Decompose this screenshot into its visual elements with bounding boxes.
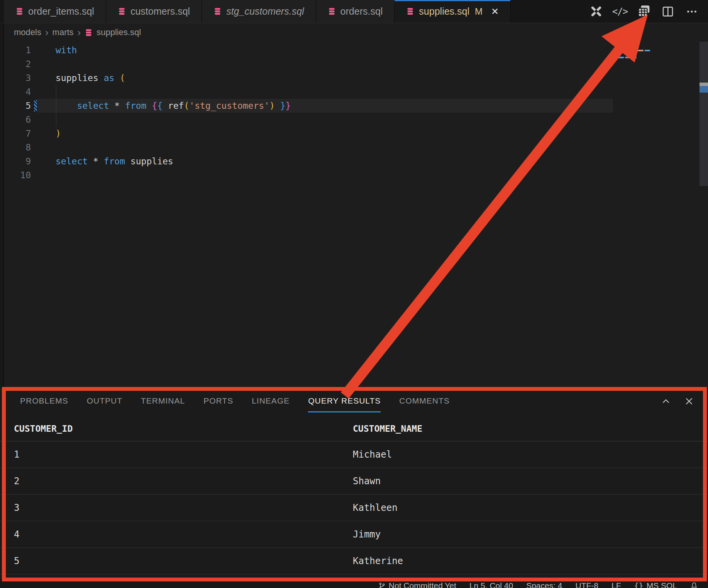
line-number: 10 [0,168,31,182]
bottom-panel: PROBLEMSOUTPUTTERMINALPORTSLINEAGEQUERY … [0,390,708,582]
status-bar: Not Committed YetLn 5, Col 40Spaces: 4UT… [0,579,708,588]
dbt-icon[interactable] [589,5,603,19]
status-item-ln-5-col-40[interactable]: Ln 5, Col 40 [469,581,513,588]
status-item-spaces-4[interactable]: Spaces: 4 [526,581,562,588]
tab-label: customers.sql [130,6,190,17]
editor-tabs: order_items.sqlcustomers.sqlstg_customer… [0,0,511,23]
editor-scrollbar[interactable] [700,42,708,186]
tab-supplies.sql[interactable]: supplies.sqlM✕ [395,0,511,23]
cell-customer-name: Shawn [353,476,708,487]
cell-customer-name: Michael [353,449,708,460]
collapse-panel-icon[interactable] [660,395,672,407]
cell-customer-id: 5 [0,556,353,566]
line-number: 4 [0,85,31,99]
cell-customer-id: 2 [0,476,353,487]
column-header: CUSTOMER_ID [0,424,353,434]
database-icon [406,7,414,15]
status-item-label: MS SQL [647,581,677,588]
code-line-10: 10 [0,168,708,182]
close-panel-icon[interactable] [683,395,695,407]
panel-tab-lineage[interactable]: LINEAGE [252,390,290,412]
overview-ruler-change-mark [700,86,708,93]
status-item-label: Not Committed Yet [389,581,456,588]
modified-line-gutter-marker [34,100,37,112]
braces-glyph: {} [634,581,644,588]
modified-badge: M [475,6,483,17]
status-item-utf-8[interactable]: UTF-8 [576,581,599,588]
line-number: 1 [0,43,31,57]
minimap[interactable] [610,39,699,66]
panel-controls [660,395,695,407]
database-icon [213,7,222,15]
panel-tab-output[interactable]: OUTPUT [87,390,122,412]
code-line-7: 7) [0,127,708,140]
query-results-icon[interactable] [637,5,651,19]
tab-orders.sql[interactable]: orders.sql [316,0,395,23]
panel-tab-problems[interactable]: PROBLEMS [20,390,68,412]
tab-customers.sql[interactable]: customers.sql [106,0,202,23]
panel-tab-query-results[interactable]: QUERY RESULTS [308,390,381,412]
code-line-3: 3supplies as ( [0,71,708,85]
breadcrumb-separator-icon: › [78,27,81,37]
panel-tab-terminal[interactable]: TERMINAL [141,390,185,412]
panel-tab-comments[interactable]: COMMENTS [399,390,450,412]
cell-customer-id: 3 [0,502,353,513]
status-item-label: Ln 5, Col 40 [469,581,513,588]
indent-guide [56,113,56,127]
close-tab-icon[interactable]: ✕ [491,6,499,17]
more-actions-icon[interactable] [685,5,699,19]
editor-actions: </> [580,0,708,23]
code-line-1: 1with [0,43,708,57]
tab-label: stg_customers.sql [226,6,304,17]
cell-customer-id: 1 [0,449,353,460]
breadcrumb-separator-icon: › [45,27,49,37]
tab-label: order_items.sql [28,6,94,17]
bell-icon [690,582,698,588]
cell-customer-name: Jimmy [353,529,708,540]
code-line-9: 9select * from supplies [0,154,708,168]
panel-tab-ports[interactable]: PORTS [203,390,233,412]
code-line-6: 6 [0,113,708,127]
tab-label: supplies.sql [419,6,469,17]
status-item-ms-sql[interactable]: {}MS SQL [634,581,677,588]
line-number: 5 [0,99,31,113]
line-number: 7 [0,127,31,140]
breadcrumb-segment[interactable]: marts [53,27,74,37]
code-line-4: 4 [0,85,708,99]
tab-order_items.sql[interactable]: order_items.sql [4,0,106,23]
line-number: 9 [0,154,31,168]
query-results-table: CUSTOMER_ID CUSTOMER_NAME 1Michael2Shawn… [0,416,708,574]
tab-label: orders.sql [340,6,383,17]
code-line-5: 5 select * from {{ ref('stg_customers') … [0,99,708,113]
split-editor-icon[interactable] [661,5,675,19]
results-header-row: CUSTOMER_ID CUSTOMER_NAME [0,416,708,441]
status-item-label: UTF-8 [576,581,599,588]
breadcrumb: models›marts›supplies.sql [14,25,141,39]
status-item-not-committed-yet[interactable]: Not Committed Yet [378,581,456,588]
database-icon [328,7,336,15]
code-line-2: 2 [0,57,708,71]
breadcrumb-file[interactable]: supplies.sql [97,27,141,37]
table-row: 5Katherine [0,548,708,574]
overview-ruler-cursor-mark [700,83,708,86]
status-item-label: LF [611,581,621,588]
table-row: 3Kathleen [0,495,708,521]
line-number: 2 [0,57,31,71]
status-item-lf[interactable]: LF [611,581,621,588]
git-branch-icon [378,582,386,588]
cell-customer-id: 4 [0,529,353,540]
status-item-label: Spaces: 4 [526,581,562,588]
column-header: CUSTOMER_NAME [353,424,708,434]
results-rows: 1Michael2Shawn3Kathleen4Jimmy5Katherine [0,441,708,574]
code-editor[interactable]: 1with23supplies as (45 select * from {{ … [0,43,708,182]
code-line-8: 8 [0,140,708,154]
code-preview-icon[interactable]: </> [613,5,627,19]
minimap-change-marker [613,49,615,53]
indent-guide [56,85,56,99]
line-number: 8 [0,140,31,154]
database-icon [15,7,24,15]
breadcrumb-segment[interactable]: models [14,27,41,37]
status-item-bell-icon[interactable] [690,582,698,588]
cell-customer-name: Katherine [353,556,708,566]
tab-stg_customers.sql[interactable]: stg_customers.sql [202,0,316,23]
